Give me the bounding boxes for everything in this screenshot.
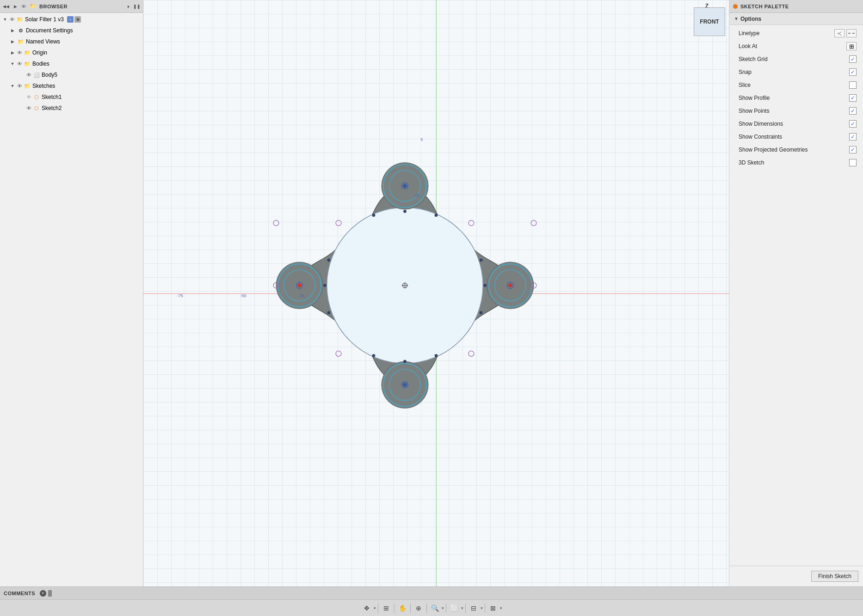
expand-doc-settings[interactable]: ▶ (9, 27, 16, 34)
toolbar-snap-arrow[interactable]: ▾ (500, 606, 502, 610)
toolbar-grid-btn[interactable]: ⊞ (380, 602, 392, 614)
toolbar-grid2-arrow[interactable]: ▾ (481, 606, 483, 610)
show-constraints-checkbox[interactable]: ✓ (849, 133, 857, 140)
palette-row-3d-sketch: 3D Sketch (729, 156, 863, 169)
root-icon-2: ⚙ (74, 16, 81, 23)
tree-item-doc-settings[interactable]: ▶ ⚙ Document Settings (0, 25, 143, 36)
look-at-btn[interactable]: ⊞ (846, 42, 857, 50)
svg-text:-50: -50 (240, 293, 246, 298)
palette-row-show-dimensions: Show Dimensions ✓ (729, 117, 863, 130)
toolbar-display-btn[interactable]: ⬜ (448, 602, 460, 614)
origin-icon: 📁 (24, 49, 31, 56)
toolbar-snap-btn[interactable]: ⊠ (487, 602, 499, 614)
finish-sketch-button[interactable]: Finish Sketch (811, 571, 858, 582)
comments-collapse-btn[interactable] (48, 590, 52, 597)
tree-item-origin[interactable]: ▶ 👁 📁 Origin (0, 47, 143, 58)
show-projected-checkbox[interactable]: ✓ (849, 146, 857, 153)
sketch2-eye[interactable]: 👁 (26, 105, 31, 111)
bottom-area: COMMENTS + ✥ ▾ ⊞ ✋ ⊕ 🔍 ▾ ⬜ ▾ ⊟ ▾ ⊠ (0, 586, 863, 616)
tree-item-root[interactable]: ▼ 👁 📁 Solar Filter 1 v3 i ⚙ (0, 14, 143, 25)
show-points-checkbox[interactable]: ✓ (849, 107, 857, 115)
sep-3 (410, 604, 411, 613)
tree-item-named-views[interactable]: ▶ 📁 Named Views (0, 36, 143, 47)
body5-eye[interactable]: 👁 (26, 72, 31, 78)
sketch-grid-label: Sketch Grid (739, 56, 768, 62)
slice-checkbox[interactable] (849, 81, 857, 89)
canvas-area[interactable]: Z FRONT (143, 0, 729, 586)
palette-row-show-constraints: Show Constraints ✓ (729, 130, 863, 143)
sketch1-label: Sketch1 (42, 94, 62, 100)
named-views-label: Named Views (26, 38, 60, 45)
svg-point-43 (531, 220, 536, 226)
expand-origin[interactable]: ▶ (9, 49, 16, 56)
comments-bar: COMMENTS + (0, 586, 863, 599)
toolbar-orbit-btn[interactable]: ⊕ (413, 602, 425, 614)
svg-point-4 (403, 184, 407, 188)
root-eye[interactable]: 👁 (10, 17, 15, 22)
expand-bodies[interactable]: ▼ (9, 61, 16, 67)
show-dimensions-label: Show Dimensions (739, 121, 783, 127)
svg-point-40 (336, 351, 341, 356)
palette-section-options[interactable]: ▼ Options (729, 13, 863, 25)
svg-point-28 (372, 213, 376, 217)
linetype-btn-1[interactable]: ≺ (834, 29, 845, 37)
doc-settings-label: Document Settings (26, 27, 73, 34)
sketch-palette: SKETCH PALETTE ▼ Options Linetype ≺ Look… (729, 0, 863, 586)
palette-header: SKETCH PALETTE (729, 0, 863, 13)
show-profile-checkbox[interactable]: ✓ (849, 94, 857, 102)
expand-root[interactable]: ▼ (2, 16, 8, 23)
sketch1-eye[interactable]: 👁 (26, 94, 31, 100)
svg-point-14 (297, 283, 301, 287)
browser-header: ◀◀ ▶ 👁 📁 BROWSER ⏵ ❚❚ (0, 0, 143, 13)
browser-close-btn[interactable]: ❚❚ (134, 3, 140, 10)
toolbar-pan-btn[interactable]: ✋ (396, 602, 408, 614)
svg-point-19 (508, 283, 512, 287)
toolbar-move-btn[interactable]: ✥ (361, 602, 373, 614)
toolbar-move-arrow[interactable]: ▾ (374, 606, 376, 610)
toolbar-grid2-btn[interactable]: ⊟ (468, 602, 480, 614)
palette-options-rows: Linetype ≺ Look At ⊞ Sketch Grid (729, 25, 863, 171)
bodies-eye[interactable]: 👁 (17, 61, 22, 67)
palette-row-show-points: Show Points ✓ (729, 104, 863, 117)
comments-add-btn[interactable]: + (40, 590, 46, 597)
sketches-label: Sketches (32, 83, 55, 89)
svg-text:-25: -25 (413, 193, 419, 198)
svg-point-30 (327, 258, 331, 262)
sketch2-label: Sketch2 (42, 105, 62, 111)
show-profile-label: Show Profile (739, 95, 770, 101)
linetype-btn-2[interactable] (846, 29, 857, 37)
tree-item-sketches[interactable]: ▼ 👁 📁 Sketches (0, 80, 143, 91)
svg-point-41 (468, 351, 474, 356)
3d-sketch-checkbox[interactable] (849, 159, 857, 166)
palette-title: SKETCH PALETTE (740, 4, 789, 9)
browser-pin-btn[interactable]: ⏵ (125, 3, 132, 10)
tree-item-sketch2[interactable]: 👁 ⬡ Sketch2 (0, 103, 143, 114)
svg-point-34 (372, 354, 376, 357)
tree-item-bodies[interactable]: ▼ 👁 📁 Bodies (0, 58, 143, 69)
sep-7 (485, 604, 485, 613)
sketch-grid-checkbox[interactable]: ✓ (849, 55, 857, 63)
toolbar-zoom-arrow[interactable]: ▾ (442, 606, 444, 610)
toolbar-zoom-btn[interactable]: 🔍 (429, 602, 441, 614)
slice-label: Slice (739, 82, 751, 88)
browser-eye-icon[interactable]: 👁 (21, 4, 26, 9)
tree-item-sketch1[interactable]: 👁 ⬡ Sketch1 (0, 91, 143, 103)
browser-tree: ▼ 👁 📁 Solar Filter 1 v3 i ⚙ ▶ ⚙ Document… (0, 13, 143, 586)
show-constraints-label: Show Constraints (739, 134, 782, 140)
sketches-eye[interactable]: 👁 (17, 83, 22, 89)
expand-sketches[interactable]: ▼ (9, 83, 16, 89)
sep-6 (465, 604, 466, 613)
origin-eye[interactable]: 👁 (17, 50, 22, 55)
expand-named-views[interactable]: ▶ (9, 38, 16, 45)
lookat-label: Look At (739, 43, 757, 49)
palette-row-sketch-grid: Sketch Grid ✓ (729, 53, 863, 66)
toolbar-display-arrow[interactable]: ▾ (461, 606, 463, 610)
bodies-icon: 📁 (24, 60, 31, 67)
snap-checkbox[interactable]: ✓ (849, 68, 857, 76)
palette-row-show-projected: Show Projected Geometries ✓ (729, 143, 863, 156)
sketches-icon: 📁 (24, 82, 31, 90)
browser-collapse-btn[interactable]: ◀◀ (3, 3, 9, 10)
tree-item-body5[interactable]: 👁 ⬜ Body5 (0, 69, 143, 80)
show-dimensions-checkbox[interactable]: ✓ (849, 120, 857, 128)
svg-point-25 (403, 360, 407, 363)
